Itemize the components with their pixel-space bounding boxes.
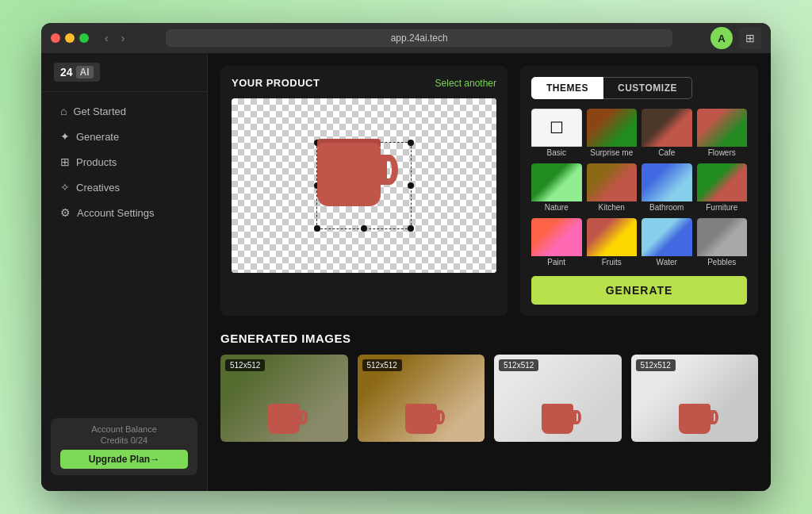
gen-mug-body-1 [268, 404, 300, 434]
theme-water[interactable]: Water [642, 218, 692, 268]
theme-paint[interactable]: Paint [531, 218, 582, 268]
theme-bathroom[interactable]: Bathroom [642, 163, 692, 213]
gen-mug-handle-1 [300, 410, 308, 424]
generated-image-1[interactable]: 512x512 [220, 355, 348, 442]
sidebar-item-generate[interactable]: ✦ Generate [48, 125, 201, 148]
sidebar-item-account-settings[interactable]: ⚙ Account Settings [48, 201, 201, 224]
account-balance-card: Account Balance Credits 0/24 Upgrade Pla… [51, 418, 197, 475]
theme-label-nature: Nature [531, 201, 582, 213]
theme-thumb-basic: ☐ [531, 109, 582, 147]
theme-thumb-water [642, 218, 692, 256]
theme-label-furniture: Furniture [697, 201, 748, 213]
theme-thumb-nature [531, 163, 582, 201]
themes-panel: THEMES CUSTOMIZE ☐ Basic Surprise me [520, 66, 758, 316]
handle-top-right[interactable] [408, 140, 414, 146]
theme-thumb-flowers [697, 109, 748, 147]
gen-mug-3 [542, 404, 573, 434]
gen-mug-4 [679, 404, 710, 434]
theme-label-fruits: Fruits [587, 256, 638, 268]
products-icon: ⊞ [60, 155, 70, 168]
logo-number: 24 [60, 66, 73, 79]
tab-themes[interactable]: THEMES [531, 77, 603, 99]
browser-titlebar: ‹ › app.24ai.tech A ⊞ [41, 23, 771, 53]
theme-kitchen[interactable]: Kitchen [587, 163, 638, 213]
theme-thumb-furniture [697, 163, 748, 201]
app-container: 24 AI ⌂ Get Started ✦ Generate ⊞ Product… [41, 53, 771, 491]
size-badge-2: 512x512 [362, 359, 402, 371]
maximize-button[interactable] [79, 33, 89, 43]
gen-mug-body-3 [542, 404, 573, 434]
handle-bottom-left[interactable] [314, 225, 320, 232]
theme-label-paint: Paint [531, 256, 582, 268]
close-button[interactable] [51, 33, 60, 43]
selection-box[interactable] [316, 142, 412, 229]
themes-tabs: THEMES CUSTOMIZE [531, 77, 747, 99]
forward-button[interactable]: › [118, 30, 128, 46]
handle-bottom-right[interactable] [408, 225, 414, 232]
theme-thumb-pebbles [697, 218, 748, 256]
theme-label-basic: Basic [531, 147, 582, 159]
mug-handle [381, 155, 398, 185]
nav-label-get-started: Get Started [73, 105, 125, 117]
theme-label-pebbles: Pebbles [697, 256, 748, 268]
back-button[interactable]: ‹ [102, 30, 112, 46]
product-title: YOUR PRODUCT [232, 77, 320, 89]
select-another-link[interactable]: Select another [435, 78, 496, 89]
theme-furniture[interactable]: Furniture [697, 163, 748, 213]
handle-bottom-center[interactable] [361, 225, 367, 232]
sidebar: 24 AI ⌂ Get Started ✦ Generate ⊞ Product… [41, 53, 208, 491]
checkerboard-bg [232, 98, 496, 273]
top-section: YOUR PRODUCT Select another [220, 66, 758, 316]
generated-title: GENERATED IMAGES [220, 332, 758, 345]
product-mug [317, 143, 396, 214]
generated-section: GENERATED IMAGES 512x512 512x512 [220, 332, 758, 442]
logo-ai: AI [76, 66, 94, 79]
nav-label-settings: Account Settings [77, 207, 155, 219]
main-content: YOUR PRODUCT Select another [208, 53, 771, 491]
theme-thumb-fruits [587, 218, 638, 256]
generate-button[interactable]: GENERATE [531, 276, 747, 305]
upgrade-button[interactable]: Upgrade Plan→ [60, 450, 188, 469]
traffic-lights [51, 33, 89, 43]
generated-image-3[interactable]: 512x512 [494, 355, 622, 442]
generated-image-2[interactable]: 512x512 [358, 355, 485, 442]
theme-surprise[interactable]: Surprise me [587, 109, 638, 159]
grid-icon[interactable]: ⊞ [739, 27, 761, 49]
generated-image-4[interactable]: 512x512 [631, 355, 759, 442]
minimize-button[interactable] [65, 33, 75, 43]
url-text: app.24ai.tech [391, 33, 448, 44]
theme-flowers[interactable]: Flowers [697, 109, 748, 159]
theme-cafe[interactable]: Cafe [642, 109, 692, 159]
theme-label-flowers: Flowers [697, 147, 748, 159]
nav-label-creatives: Creatives [76, 182, 120, 194]
theme-label-bathroom: Bathroom [642, 201, 692, 213]
address-bar[interactable]: app.24ai.tech [166, 29, 672, 47]
theme-nature[interactable]: Nature [531, 163, 582, 213]
logo-badge: 24 AI [54, 63, 100, 82]
gen-mug-handle-2 [437, 410, 445, 424]
gen-mug-handle-4 [710, 410, 718, 424]
sidebar-item-get-started[interactable]: ⌂ Get Started [48, 99, 201, 123]
user-avatar[interactable]: A [710, 27, 733, 49]
sidebar-item-creatives[interactable]: ✧ Creatives [48, 175, 201, 199]
gen-mug-handle-3 [573, 410, 581, 424]
gen-mug-body-4 [679, 404, 710, 434]
size-badge-1: 512x512 [225, 359, 265, 371]
nav-label-products: Products [76, 156, 117, 168]
size-badge-3: 512x512 [499, 359, 538, 371]
mug-body [317, 143, 381, 206]
theme-label-kitchen: Kitchen [587, 201, 638, 213]
handle-middle-right[interactable] [408, 182, 414, 189]
size-badge-4: 512x512 [636, 359, 676, 371]
tab-customize[interactable]: CUSTOMIZE [603, 77, 692, 99]
generated-grid: 512x512 512x512 [220, 355, 758, 442]
theme-thumb-bathroom [642, 163, 692, 201]
product-canvas [232, 98, 496, 273]
theme-basic[interactable]: ☐ Basic [531, 109, 582, 159]
basic-icon: ☐ [550, 118, 564, 137]
balance-label: Account Balance [60, 424, 188, 434]
theme-pebbles[interactable]: Pebbles [697, 218, 748, 268]
theme-fruits[interactable]: Fruits [587, 218, 638, 268]
sidebar-item-products[interactable]: ⊞ Products [48, 150, 201, 174]
gen-mug-1 [268, 404, 300, 434]
